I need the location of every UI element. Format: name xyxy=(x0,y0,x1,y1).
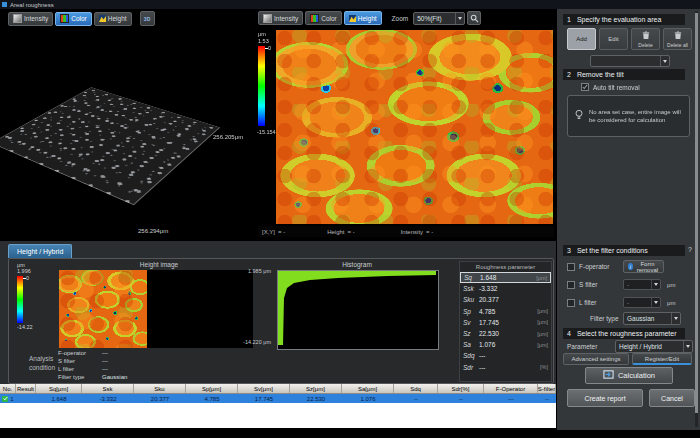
height-icon xyxy=(349,15,356,22)
create-report-button[interactable]: Create report xyxy=(567,389,643,407)
table-header-cell[interactable]: Sz[μm] xyxy=(290,384,342,393)
parameter-name: Sdq xyxy=(463,352,479,359)
intensity-view-button[interactable]: Intensity xyxy=(8,12,53,26)
analysis-panel: μm 1.996 0 -14.22 Height image Histogram… xyxy=(8,258,554,384)
scale-max: 1.996 xyxy=(17,268,31,274)
roughness-parameter-panel: Roughness parameter Sq 1.648 [μm] Ssk -3… xyxy=(459,261,552,382)
condition-label: Filter type xyxy=(58,374,102,380)
scale-min: -14.22 xyxy=(17,324,33,330)
add-area-button[interactable]: Add xyxy=(567,28,596,50)
height-view-button[interactable]: Height xyxy=(94,12,132,26)
parameter-name: Sku xyxy=(463,296,479,303)
height-value: = - xyxy=(348,229,355,235)
table-header-cell[interactable]: Result xyxy=(16,384,36,393)
color-gradient-bar xyxy=(17,276,23,323)
height-color-image[interactable] xyxy=(276,30,553,224)
table-header-cell[interactable]: No. xyxy=(0,384,16,393)
condition-value: --- xyxy=(102,350,108,356)
roughness-parameter-row[interactable]: Sv 17.745 [μm] xyxy=(460,317,551,328)
parameter-name: Sp xyxy=(463,308,479,315)
analysis-condition-row: L filter --- xyxy=(58,365,218,373)
checkbox-icon[interactable] xyxy=(581,83,589,91)
l-filter-input[interactable]: - xyxy=(623,297,661,308)
roughness-parameter-row[interactable]: Sdq --- xyxy=(460,350,551,361)
table-header-cell[interactable]: Sp[μm] xyxy=(186,384,238,393)
delete-all-areas-button[interactable]: Delete all xyxy=(663,28,692,50)
height-image-button[interactable]: Height xyxy=(344,11,382,25)
auto-tilt-checkbox-row[interactable]: Auto tilt removal xyxy=(581,83,640,91)
checkbox-icon[interactable] xyxy=(567,281,575,289)
table-header-cell[interactable]: Sdq xyxy=(394,384,438,393)
parameter-value: --- xyxy=(479,364,530,371)
color-image-button[interactable]: Color xyxy=(305,11,342,25)
condition-value: Gaussian xyxy=(102,374,127,380)
roughness-parameter-row[interactable]: Sq 1.648 [μm] xyxy=(460,272,551,283)
checkbox-icon[interactable] xyxy=(567,263,575,271)
roughness-parameter-row[interactable]: Sdr --- [%] xyxy=(460,362,551,373)
color-gradient-bar xyxy=(258,46,265,126)
chevron-down-icon xyxy=(671,313,680,324)
histogram-title: Histogram xyxy=(277,261,437,268)
color-view-label: Color xyxy=(71,15,87,22)
cancel-button[interactable]: Cancel xyxy=(649,389,695,407)
tab-height-hybrid[interactable]: Height / Hybrid xyxy=(8,244,72,258)
delete-area-button[interactable]: Delete xyxy=(631,28,660,50)
form-removal-button[interactable]: i Form removal xyxy=(623,260,664,273)
trash-icon xyxy=(642,31,650,41)
area-select[interactable] xyxy=(590,55,670,67)
height-image-title: Height image xyxy=(59,261,259,268)
table-header-cell[interactable]: Sdr[%] xyxy=(438,384,484,393)
intensity-image-button[interactable]: Intensity xyxy=(258,11,303,25)
table-row[interactable]: 1 1.648 -3.332 20.377 4.785 17.745 22.53… xyxy=(0,394,556,403)
view-3d-button[interactable]: 3D xyxy=(140,11,155,26)
zoom-select[interactable]: 50%(Fit) xyxy=(413,12,465,25)
color-image-label: Color xyxy=(321,15,337,22)
table-header-cell[interactable]: Sv[μm] xyxy=(238,384,290,393)
help-button[interactable]: ? xyxy=(688,246,692,253)
scale-zero: 0 xyxy=(268,45,271,51)
register-edit-button[interactable]: Register/Edit xyxy=(632,353,692,365)
roughness-parameter-row[interactable]: Sz 22.530 [μm] xyxy=(460,328,551,339)
trash-all-icon xyxy=(674,31,682,41)
roughness-parameter-row[interactable]: Sku 20.377 xyxy=(460,294,551,305)
advanced-settings-button[interactable]: Advanced settings xyxy=(563,353,629,365)
height-image-thumbnail[interactable] xyxy=(59,270,147,348)
analysis-zone: Height / Hybrid μm 1.996 0 -14.22 Height… xyxy=(0,241,556,384)
3d-surface-view[interactable]: 256.205μm 256.294μm xyxy=(0,27,254,239)
height-color-scale: μm 1.53 0 -15.154 xyxy=(257,31,277,151)
section4-number: 4 xyxy=(567,330,571,337)
roughness-parameter-row[interactable]: Sa 1.076 [μm] xyxy=(460,339,551,350)
roughness-parameter-row[interactable]: Ssk -3.332 xyxy=(460,283,551,294)
analysis-condition-row: S filter --- xyxy=(58,357,218,365)
sidebar-scrollbar[interactable] xyxy=(695,11,698,427)
intensity-value: = - xyxy=(426,229,433,235)
s-filter-input[interactable]: - xyxy=(623,279,661,290)
depth-dimension-label: 256.205μm xyxy=(213,134,243,140)
parameter-name: Sv xyxy=(463,319,479,326)
color-view-button[interactable]: Color xyxy=(55,12,92,26)
section2-header: 2 Remove the tilt xyxy=(563,69,685,80)
cube-3d-icon: 3D xyxy=(144,16,150,22)
filter-type-select[interactable]: Gaussian xyxy=(623,312,681,325)
color-icon xyxy=(60,14,69,23)
table-header-cell[interactable]: S-filter xyxy=(538,384,556,393)
section1-title: Specify the evaluation area xyxy=(577,16,661,23)
table-header-cell[interactable]: Sku xyxy=(134,384,186,393)
parameter-select[interactable]: Height / Hybrid xyxy=(615,340,693,353)
table-header-cell[interactable]: Sq[μm] xyxy=(36,384,82,393)
roughness-parameter-title: Roughness parameter xyxy=(460,264,551,270)
right-viewport-toolbar: Intensity Color Height Zoom 50%(Fit) xyxy=(258,11,481,25)
table-empty-area xyxy=(0,403,556,428)
table-header-cell[interactable]: Sa[μm] xyxy=(342,384,394,393)
calculation-button[interactable]: Calculation xyxy=(585,367,673,384)
table-header-cell[interactable]: F-Operator xyxy=(484,384,538,393)
section4-header: 4 Select the roughness parameter xyxy=(563,328,685,339)
table-header-cell[interactable]: Ssk xyxy=(82,384,134,393)
chevron-down-icon xyxy=(660,56,669,66)
magnifier-button[interactable] xyxy=(467,11,481,25)
parameter-name: Sa xyxy=(463,341,479,348)
roughness-parameter-row[interactable]: Sp 4.785 [μm] xyxy=(460,306,551,317)
info-text: No area set case, entire image will be c… xyxy=(589,108,681,124)
edit-area-button[interactable]: Edit xyxy=(599,28,628,50)
checkbox-icon[interactable] xyxy=(567,299,575,307)
